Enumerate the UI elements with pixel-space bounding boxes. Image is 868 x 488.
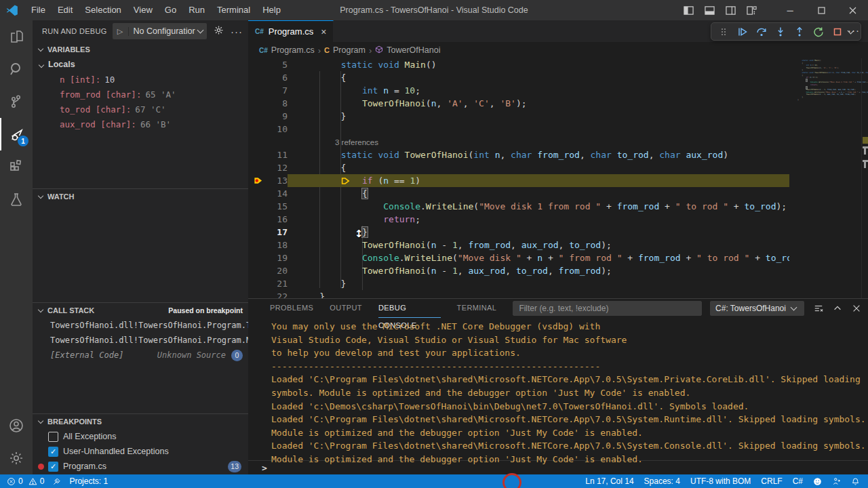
minimize-button[interactable]: ─ — [774, 0, 806, 20]
tab-output[interactable]: OUTPUT — [330, 299, 362, 318]
call-stack-frame[interactable]: TowersOfHanoi.dll!TowersOfHanoi.Program.… — [33, 318, 248, 333]
breakpoint-gutter[interactable] — [248, 277, 264, 290]
run-and-debug-icon[interactable]: 1 — [0, 118, 33, 150]
variable-row[interactable]: aux_rod [char]:66 'B' — [33, 117, 248, 131]
console-input-row[interactable]: > — [248, 460, 868, 474]
breadcrumb-file[interactable]: C# Program.cs — [259, 45, 315, 55]
close-tab-icon[interactable]: × — [321, 27, 326, 37]
settings-gear-icon[interactable] — [0, 442, 33, 474]
maximize-button[interactable] — [806, 0, 837, 20]
breakpoint-gutter[interactable] — [248, 251, 264, 264]
debug-session-dropdown[interactable]: C#: TowersOfHanoi — [710, 301, 804, 316]
breakpoint-gutter[interactable] — [248, 200, 264, 213]
code-line[interactable]: 7 int n = 10; — [248, 84, 789, 97]
stop-button[interactable] — [829, 24, 846, 40]
explorer-icon[interactable] — [0, 20, 33, 53]
notifications-bell-icon[interactable] — [851, 477, 860, 486]
breakpoint-row[interactable]: ✓User-Unhandled Exceptions — [33, 444, 248, 459]
toggle-secondary-sidebar-icon[interactable] — [726, 5, 736, 16]
code-line[interactable]: 21 } — [248, 277, 789, 290]
code-line[interactable]: 19 Console.WriteLine("Move disk " + n + … — [248, 251, 789, 264]
toggle-sidebar-icon[interactable] — [684, 5, 694, 16]
variable-row[interactable]: to_rod [char]:67 'C' — [33, 102, 248, 117]
variable-row[interactable]: from_rod [char]:65 'A' — [33, 87, 248, 102]
menu-help[interactable]: Help — [256, 0, 287, 20]
call-stack-frame[interactable]: [External Code]Unknown Source0 — [33, 348, 248, 363]
code-line[interactable]: 20 TowerOfHanoi(n - 1, aux_rod, to_rod, … — [248, 264, 789, 277]
code-line[interactable]: 9 } — [248, 110, 789, 123]
breadcrumb-method[interactable]: TowerOfHanoi — [375, 45, 440, 56]
menu-view[interactable]: View — [127, 0, 159, 20]
watch-header[interactable]: WATCH — [33, 189, 248, 204]
accessibility-person-icon[interactable] — [832, 477, 841, 486]
debug-settings-gear-icon[interactable] — [214, 25, 224, 38]
console-filter-input[interactable] — [513, 301, 702, 316]
views-more-actions-icon[interactable]: ··· — [231, 26, 243, 37]
breakpoint-checkbox[interactable]: ✓ — [48, 462, 58, 472]
customize-layout-icon[interactable] — [747, 5, 757, 16]
code-editor[interactable]: 5 static void Main()6 {7 int n = 10;8 To… — [248, 58, 868, 298]
testing-icon[interactable] — [0, 183, 33, 216]
breakpoint-gutter[interactable] — [248, 290, 264, 298]
launch-config-dropdown[interactable]: ▷ No Configuratior — [113, 23, 207, 39]
problems-status[interactable]: 0 0 — [7, 476, 44, 486]
code-line[interactable]: 15 Console.WriteLine("Move disk 1 from r… — [248, 200, 789, 213]
tab-debug-console[interactable]: DEBUG CONSOLE — [378, 299, 441, 318]
code-line[interactable]: 17 } — [248, 226, 789, 239]
indentation-status[interactable]: Spaces: 4 — [644, 476, 680, 486]
menu-terminal[interactable]: Terminal — [211, 0, 256, 20]
minimap[interactable]: static void Main() { int n = 10; TowerOf… — [789, 58, 861, 298]
code-line[interactable]: 14 { — [248, 187, 789, 200]
menu-selection[interactable]: Selection — [79, 0, 127, 20]
breakpoints-header[interactable]: BREAKPOINTS — [33, 414, 248, 429]
breakpoint-gutter[interactable] — [248, 148, 264, 161]
menu-run[interactable]: Run — [182, 0, 211, 20]
close-window-button[interactable] — [837, 0, 868, 20]
editor-more-actions-icon[interactable]: ··· — [848, 24, 860, 36]
tab-problems[interactable]: PROBLEMS — [270, 299, 313, 318]
code-line[interactable]: 8 TowerOfHanoi(n, 'A', 'C', 'B'); — [248, 97, 789, 110]
code-line[interactable]: 6 { — [248, 71, 789, 84]
breakpoint-gutter[interactable] — [248, 226, 264, 239]
code-line[interactable]: 5 static void Main() — [248, 58, 789, 71]
codelens-references[interactable]: 3 references — [298, 138, 378, 146]
variable-row[interactable]: n [int]:10 — [33, 72, 248, 87]
project-status-icon[interactable] — [52, 477, 61, 486]
breakpoint-gutter[interactable] — [248, 110, 264, 123]
code-line[interactable]: 18 TowerOfHanoi(n - 1, from_rod, aux_rod… — [248, 239, 789, 251]
breakpoint-gutter[interactable] — [248, 264, 264, 277]
scope-locals[interactable]: Locals — [33, 57, 248, 72]
step-into-button[interactable] — [772, 24, 789, 40]
breakpoint-row[interactable]: All Exceptions — [33, 429, 248, 444]
breakpoint-gutter[interactable] — [248, 71, 264, 84]
clear-console-icon[interactable] — [814, 304, 823, 313]
tab-program-cs[interactable]: C# Program.cs × — [248, 20, 334, 42]
step-over-button[interactable] — [753, 24, 770, 40]
code-line[interactable]: 13 if (n == 1) — [248, 174, 789, 187]
tab-terminal[interactable]: TERMINAL — [457, 299, 497, 318]
start-debug-icon[interactable]: ▷ — [113, 27, 129, 36]
step-out-button[interactable] — [791, 24, 808, 40]
continue-button[interactable] — [734, 24, 751, 40]
language-mode[interactable]: C# — [793, 476, 803, 486]
menu-file[interactable]: File — [25, 0, 52, 20]
breakpoint-gutter[interactable] — [248, 58, 264, 71]
code-line[interactable]: 16 return; — [248, 213, 789, 226]
eol-status[interactable]: CRLF — [761, 476, 782, 486]
menu-edit[interactable]: Edit — [52, 0, 79, 20]
cursor-position[interactable]: Ln 17, Col 14 — [585, 476, 633, 486]
call-stack-frame[interactable]: TowersOfHanoi.dll!TowersOfHanoi.Program.… — [33, 333, 248, 348]
call-stack-header[interactable]: CALL STACK Paused on breakpoint — [33, 303, 248, 318]
account-icon[interactable] — [0, 409, 33, 442]
code-line[interactable]: 22 } — [248, 290, 789, 298]
restart-button[interactable] — [810, 24, 827, 40]
breakpoint-paused-icon[interactable] — [253, 176, 263, 186]
breadcrumb-class[interactable]: C Program — [324, 45, 366, 55]
code-line[interactable]: 11 static void TowerOfHanoi(int n, char … — [248, 148, 789, 161]
encoding-status[interactable]: UTF-8 with BOM — [690, 476, 751, 486]
variables-header[interactable]: VARIABLES — [33, 42, 248, 57]
breakpoint-gutter[interactable] — [248, 239, 264, 251]
breakpoint-row[interactable]: ✓Program.cs13 — [33, 459, 248, 474]
source-control-icon[interactable] — [0, 85, 33, 118]
breakpoint-gutter[interactable] — [248, 136, 264, 148]
